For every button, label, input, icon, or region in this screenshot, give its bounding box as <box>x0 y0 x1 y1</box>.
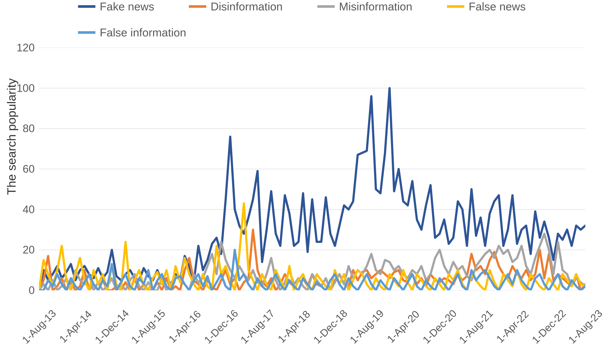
legend-label: False news <box>469 0 526 13</box>
series-line <box>39 250 585 290</box>
y-tick-label: 40 <box>22 203 35 216</box>
chart-plot-area: 020406080100120 <box>39 48 585 290</box>
y-axis-label: The search popularity <box>4 78 18 195</box>
x-tick-label: 1-Apr-16 <box>166 308 203 345</box>
y-tick-label: 80 <box>22 122 35 135</box>
x-tick-label: 1-Aug-19 <box>347 307 386 346</box>
legend-item-false-news: False news <box>447 0 526 13</box>
x-tick-label: 1-Dec-22 <box>530 307 568 346</box>
chart-svg <box>39 48 585 290</box>
x-tick-label: 1-Apr-20 <box>385 308 422 345</box>
legend-swatch <box>189 5 206 8</box>
legend-label: Fake news <box>100 0 154 13</box>
legend-swatch <box>447 5 464 8</box>
x-tick-label: 1-Dec-20 <box>420 307 459 346</box>
legend-item-false-information: False information <box>78 26 186 39</box>
series-line <box>39 88 585 290</box>
legend-item-disinformation: Disinformation <box>189 0 282 13</box>
x-tick-label: 1-Aug-23 <box>566 307 602 346</box>
x-tick-label: 1-Aug-13 <box>20 307 59 346</box>
x-tick-label: 1-Aug-17 <box>238 307 277 346</box>
legend-label: Misinformation <box>339 0 412 13</box>
legend-item-fake-news: Fake news <box>78 0 154 13</box>
legend-swatch <box>317 5 335 8</box>
x-tick-label: 1-Apr-22 <box>494 308 531 345</box>
y-tick-label: 20 <box>22 244 35 256</box>
chart-container: Fake news Disinformation Misinformation … <box>0 0 602 364</box>
x-tick-label: 1-Dec-18 <box>311 307 350 346</box>
y-tick-label: 0 <box>29 284 35 297</box>
x-tick-label: 1-Dec-16 <box>202 307 240 346</box>
y-tick-label: 60 <box>22 163 35 175</box>
x-tick-label: 1-Aug-21 <box>457 307 495 346</box>
legend-swatch <box>78 31 95 34</box>
x-tick-label: 1-Apr-18 <box>276 308 312 345</box>
x-axis-ticks: 1-Aug-131-Apr-141-Dec-141-Aug-151-Apr-16… <box>39 295 585 364</box>
y-tick-label: 120 <box>17 42 35 54</box>
chart-legend: Fake news Disinformation Misinformation … <box>78 0 555 39</box>
x-tick-label: 1-Dec-14 <box>93 307 131 346</box>
legend-label: Disinformation <box>211 0 282 13</box>
legend-swatch <box>78 5 95 8</box>
y-tick-label: 100 <box>17 82 35 94</box>
x-tick-label: 1-Aug-15 <box>129 307 168 346</box>
legend-label: False information <box>100 26 186 39</box>
x-tick-label: 1-Apr-14 <box>57 308 94 345</box>
legend-item-misinformation: Misinformation <box>317 0 412 13</box>
